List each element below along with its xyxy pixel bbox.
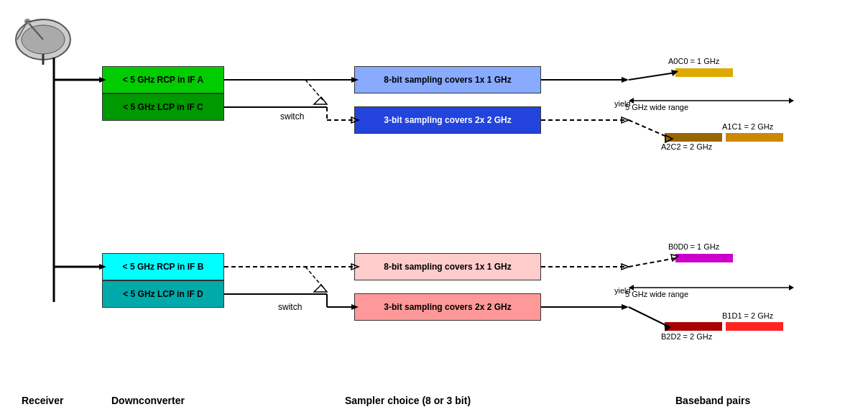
box-8bit-bot: 8-bit sampling covers 1x 1 GHz — [354, 253, 541, 280]
arrows-overlay — [0, 0, 868, 412]
bar-b2d2 — [665, 322, 722, 331]
svg-marker-41 — [314, 285, 327, 292]
bar-a2c2 — [665, 133, 722, 142]
svg-line-20 — [305, 80, 323, 101]
wide-range-label-bot: 5 GHz wide range — [625, 290, 688, 298]
lcp-d-label: < 5 GHz LCP in IF D — [123, 289, 203, 299]
sampler-3bit-top-label: 3-bit sampling covers 2x 2 GHz — [384, 115, 511, 125]
bar-b0d0 — [675, 254, 733, 262]
wide-range-label-top: 5 GHz wide range — [625, 103, 688, 111]
svg-line-48 — [629, 307, 668, 326]
label-b0d0: B0D0 = 1 GHz — [668, 242, 719, 251]
box-3bit-bot: 3-bit sampling covers 2x 2 GHz — [354, 293, 541, 321]
svg-marker-32 — [789, 98, 794, 104]
lcp-c-label: < 5 GHz LCP in IF C — [123, 102, 203, 112]
box-lcp-d: < 5 GHz LCP in IF D — [102, 280, 224, 308]
box-8bit-top: 8-bit sampling covers 1x 1 GHz — [354, 66, 541, 93]
sampler-8bit-bot-label: 8-bit sampling covers 1x 1 GHz — [384, 262, 511, 272]
svg-marker-43 — [622, 264, 629, 270]
box-rcp-b: < 5 GHz RCP in IF B — [102, 253, 224, 280]
svg-marker-27 — [622, 117, 629, 123]
label-b2d2: B2D2 = 2 GHz — [661, 332, 712, 341]
rcp-b-label: < 5 GHz RCP in IF B — [123, 262, 204, 272]
svg-marker-52 — [789, 285, 794, 290]
bar-a1c1 — [726, 133, 783, 142]
footer-receiver: Receiver — [22, 395, 63, 406]
sampler-3bit-bot-label: 3-bit sampling covers 2x 2 GHz — [384, 302, 511, 312]
svg-line-44 — [629, 258, 675, 267]
label-b1d1: B1D1 = 2 GHz — [722, 311, 773, 320]
svg-line-24 — [629, 73, 675, 80]
satellite-icon — [7, 7, 72, 65]
sampler-8bit-top-label: 8-bit sampling covers 1x 1 GHz — [384, 75, 511, 85]
label-a1c1: A1C1 = 2 GHz — [722, 122, 773, 131]
rcp-a-label: < 5 GHz RCP in IF A — [123, 75, 203, 85]
svg-marker-21 — [314, 97, 327, 104]
svg-marker-23 — [622, 77, 629, 83]
svg-marker-47 — [622, 304, 629, 310]
box-lcp-c: < 5 GHz LCP in IF C — [102, 93, 224, 121]
box-3bit-top: 3-bit sampling covers 2x 2 GHz — [354, 106, 541, 134]
switch-label-top: switch — [280, 111, 304, 122]
footer-sampler: Sampler choice (8 or 3 bit) — [345, 395, 471, 406]
svg-line-28 — [629, 120, 668, 137]
footer-downconverter: Downconverter — [111, 395, 185, 406]
footer-baseband: Baseband pairs — [675, 395, 750, 406]
bar-a0c0 — [675, 68, 733, 77]
diagram: < 5 GHz RCP in IF A < 5 GHz LCP in IF C … — [0, 0, 868, 412]
label-a0c0: A0C0 = 1 GHz — [668, 57, 719, 65]
switch-label-bot: switch — [278, 302, 302, 312]
box-rcp-a: < 5 GHz RCP in IF A — [102, 66, 224, 93]
svg-line-40 — [305, 267, 323, 288]
bar-b1d1 — [726, 322, 783, 331]
label-a2c2: A2C2 = 2 GHz — [661, 142, 712, 151]
